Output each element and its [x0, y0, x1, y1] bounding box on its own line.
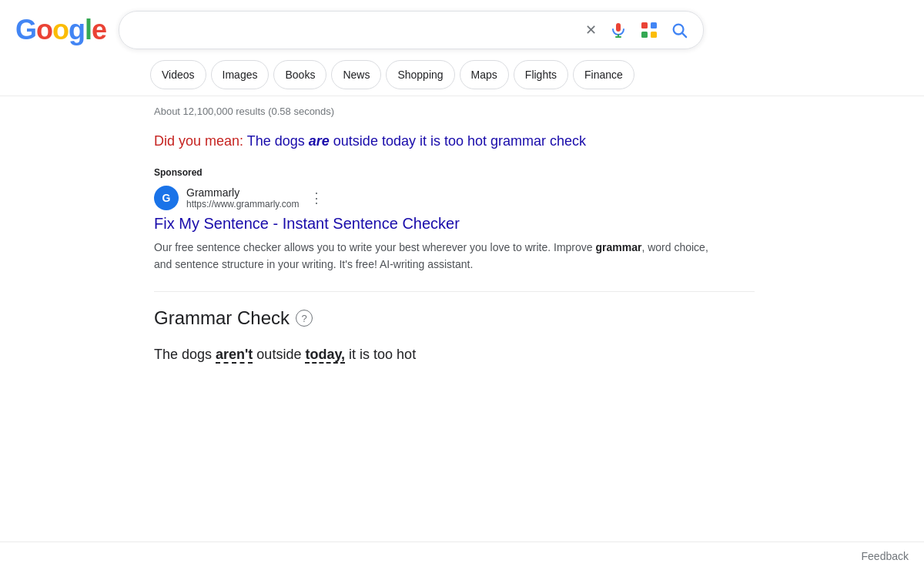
- ad-source-info: Grammarly https://www.grammarly.com: [186, 186, 299, 210]
- did-you-mean: Did you mean: The dogs are outside today…: [154, 131, 755, 152]
- svg-rect-0: [616, 23, 621, 32]
- ad-favicon: G: [154, 186, 179, 210]
- dym-prefix: Did you mean:: [154, 133, 243, 149]
- grammar-help-icon[interactable]: ?: [296, 310, 313, 327]
- dym-query-bold: are: [309, 133, 330, 149]
- svg-rect-5: [641, 32, 648, 38]
- search-icon: [671, 22, 688, 39]
- grammar-result-bold2: today,: [305, 347, 345, 362]
- svg-rect-3: [641, 22, 648, 28]
- tab-finance[interactable]: Finance: [573, 60, 634, 89]
- grammar-result-middle: outside: [253, 347, 305, 362]
- mic-icon: [609, 21, 628, 39]
- ad-source: G Grammarly https://www.grammarly.com ⋮: [154, 186, 755, 210]
- ad-desc-start: Our free sentence checker allows you to …: [154, 241, 595, 253]
- logo-letter-e: e: [92, 14, 106, 45]
- logo-letter-l: l: [85, 14, 92, 45]
- grammar-title-text: Grammar Check: [154, 307, 290, 329]
- tab-books[interactable]: Books: [273, 60, 326, 89]
- search-button[interactable]: [669, 20, 689, 40]
- nav-tabs: Videos Images Books News Shopping Maps F…: [0, 57, 924, 96]
- logo-letter-g2: g: [69, 14, 85, 45]
- tab-videos[interactable]: Videos: [150, 60, 206, 89]
- tab-flights[interactable]: Flights: [514, 60, 568, 89]
- svg-rect-4: [651, 22, 657, 28]
- svg-rect-6: [651, 32, 657, 38]
- lens-search-button[interactable]: [638, 19, 660, 41]
- dym-query-end: outside today it is too hot grammar chec…: [330, 133, 586, 149]
- logo-letter-o1: o: [36, 14, 52, 45]
- grammar-result-end: it is too hot: [345, 347, 416, 362]
- ad-url: https://www.grammarly.com: [186, 199, 299, 210]
- grammar-result-bold1: aren't: [216, 347, 253, 362]
- ad-title-link[interactable]: Fix My Sentence - Instant Sentence Check…: [154, 215, 755, 233]
- tab-news[interactable]: News: [331, 60, 381, 89]
- grammar-result-text: The dogs aren't outside today, it is too…: [154, 343, 755, 367]
- ad-menu-button[interactable]: ⋮: [306, 189, 326, 206]
- grammar-check-section: Grammar Check ? The dogs aren't outside …: [154, 307, 755, 367]
- svg-line-8: [682, 33, 686, 37]
- ad-site-name: Grammarly: [186, 186, 299, 199]
- results-area: About 12,100,000 results (0.58 seconds) …: [0, 96, 770, 382]
- logo-letter-g: G: [15, 14, 36, 45]
- tab-maps[interactable]: Maps: [460, 60, 509, 89]
- sponsored-label: Sponsored: [154, 167, 755, 178]
- results-count: About 12,100,000 results (0.58 seconds): [154, 106, 755, 117]
- dym-suggestion-link[interactable]: The dogs are outside today it is too hot…: [247, 133, 586, 149]
- tab-images[interactable]: Images: [211, 60, 270, 89]
- header: Google The dogs arent outside today it i…: [0, 0, 924, 57]
- clear-button[interactable]: ✕: [584, 20, 598, 40]
- grammar-result-start: The dogs: [154, 347, 216, 362]
- ad-description: Our free sentence checker allows you to …: [154, 239, 708, 273]
- ad-result: G Grammarly https://www.grammarly.com ⋮ …: [154, 186, 755, 273]
- tab-shopping[interactable]: Shopping: [386, 60, 454, 89]
- logo-letter-o2: o: [52, 14, 69, 45]
- search-bar: The dogs arent outside today it is too h…: [119, 11, 704, 49]
- dym-query-start: The dogs: [247, 133, 309, 149]
- search-icons: ✕: [584, 19, 689, 41]
- search-input[interactable]: The dogs arent outside today it is too h…: [133, 23, 576, 37]
- grammar-title: Grammar Check ?: [154, 307, 755, 329]
- ad-desc-bold: grammar: [595, 241, 641, 253]
- voice-search-button[interactable]: [608, 19, 629, 41]
- google-logo: Google: [15, 14, 106, 46]
- section-divider: [154, 291, 755, 292]
- lens-icon: [640, 21, 658, 39]
